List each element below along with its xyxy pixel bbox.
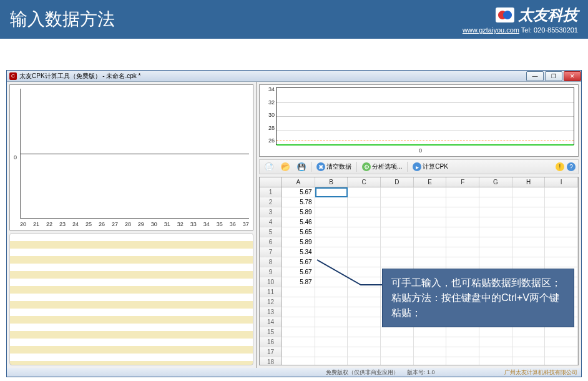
cell-C18[interactable] [348, 357, 381, 365]
cell-B5[interactable] [315, 227, 348, 237]
cell-I18[interactable] [545, 357, 578, 365]
cell-G2[interactable] [479, 197, 512, 207]
row-header-8[interactable]: 8 [260, 257, 282, 267]
new-button[interactable]: 📄 [262, 161, 276, 172]
cell-D5[interactable] [381, 227, 414, 237]
cell-C16[interactable] [348, 337, 381, 347]
calculate-cpk-button[interactable]: ▸计算CPK [410, 161, 451, 172]
cell-F1[interactable] [446, 187, 479, 197]
cell-B16[interactable] [315, 337, 348, 347]
cell-A9[interactable]: 5.67 [282, 267, 315, 277]
left-chart[interactable]: 0 202122232425262728293031323334353637 [9, 84, 253, 230]
cell-A4[interactable]: 5.46 [282, 217, 315, 227]
cell-C3[interactable] [348, 207, 381, 217]
warning-icon[interactable]: ! [556, 162, 564, 171]
cell-B14[interactable] [315, 317, 348, 327]
cell-B18[interactable] [315, 357, 348, 365]
cell-E5[interactable] [414, 227, 447, 237]
cell-E15[interactable] [414, 327, 447, 337]
row-header-3[interactable]: 3 [260, 207, 282, 217]
cell-H16[interactable] [512, 337, 546, 347]
cell-G16[interactable] [479, 337, 512, 347]
row-header-9[interactable]: 9 [260, 267, 282, 277]
cell-E18[interactable] [414, 357, 447, 365]
column-header-F[interactable]: F [446, 177, 479, 187]
cell-A6[interactable]: 5.89 [282, 237, 315, 247]
cell-B4[interactable] [315, 217, 348, 227]
cell-D15[interactable] [381, 327, 414, 337]
cell-H2[interactable] [512, 197, 546, 207]
cell-C6[interactable] [348, 237, 381, 247]
cell-C13[interactable] [348, 307, 381, 317]
cell-D16[interactable] [381, 337, 414, 347]
cell-D17[interactable] [381, 347, 414, 357]
cell-C17[interactable] [348, 347, 381, 357]
cell-E3[interactable] [414, 207, 447, 217]
row-header-10[interactable]: 10 [260, 277, 282, 287]
cell-G7[interactable] [479, 247, 512, 257]
cell-D7[interactable] [381, 247, 414, 257]
column-header-I[interactable]: I [545, 177, 578, 187]
left-striped-area[interactable] [9, 233, 253, 365]
cell-H4[interactable] [512, 217, 546, 227]
cell-A10[interactable]: 5.87 [282, 277, 315, 287]
cell-C14[interactable] [348, 317, 381, 327]
cell-I7[interactable] [545, 247, 578, 257]
cell-B2[interactable] [315, 197, 348, 207]
cell-F16[interactable] [446, 337, 479, 347]
row-header-6[interactable]: 6 [260, 237, 282, 247]
row-header-14[interactable]: 14 [260, 317, 282, 327]
cell-B17[interactable] [315, 347, 348, 357]
cell-G17[interactable] [479, 347, 512, 357]
cell-C12[interactable] [348, 297, 381, 307]
cell-B1[interactable] [315, 187, 348, 197]
cell-B13[interactable] [315, 307, 348, 317]
cell-F8[interactable] [446, 257, 479, 267]
row-header-1[interactable]: 1 [260, 187, 282, 197]
cell-I6[interactable] [545, 237, 578, 247]
cell-H6[interactable] [512, 237, 546, 247]
row-header-2[interactable]: 2 [260, 197, 282, 207]
cell-E17[interactable] [414, 347, 447, 357]
cell-D18[interactable] [381, 357, 414, 365]
cell-D4[interactable] [381, 217, 414, 227]
row-header-13[interactable]: 13 [260, 307, 282, 317]
cell-C15[interactable] [348, 327, 381, 337]
cell-A16[interactable] [282, 337, 315, 347]
cell-F3[interactable] [446, 207, 479, 217]
cell-H7[interactable] [512, 247, 546, 257]
cell-B12[interactable] [315, 297, 348, 307]
cell-B6[interactable] [315, 237, 348, 247]
column-header-C[interactable]: C [348, 177, 381, 187]
column-header-B[interactable]: B [315, 177, 348, 187]
cell-H1[interactable] [512, 187, 546, 197]
minimize-button[interactable]: — [526, 71, 544, 81]
cell-A11[interactable] [282, 287, 315, 297]
cell-D3[interactable] [381, 207, 414, 217]
cell-G15[interactable] [479, 327, 512, 337]
analysis-options-button[interactable]: ⚙分析选项... [360, 161, 404, 172]
cell-H17[interactable] [512, 347, 546, 357]
cell-H3[interactable] [512, 207, 546, 217]
cell-E8[interactable] [414, 257, 447, 267]
row-header-7[interactable]: 7 [260, 247, 282, 257]
row-header-11[interactable]: 11 [260, 287, 282, 297]
cell-C1[interactable] [348, 187, 381, 197]
cell-I5[interactable] [545, 227, 578, 237]
cell-A12[interactable] [282, 297, 315, 307]
cell-A5[interactable]: 5.65 [282, 227, 315, 237]
cell-A13[interactable] [282, 307, 315, 317]
cell-F7[interactable] [446, 247, 479, 257]
cell-A15[interactable] [282, 327, 315, 337]
row-header-17[interactable]: 17 [260, 347, 282, 357]
cell-B15[interactable] [315, 327, 348, 337]
cell-A3[interactable]: 5.89 [282, 207, 315, 217]
cell-A7[interactable]: 5.34 [282, 247, 315, 257]
save-button[interactable]: 💾 [295, 161, 308, 172]
cell-G3[interactable] [479, 207, 512, 217]
website-link[interactable]: www.gztaiyou.com [463, 26, 519, 34]
cell-G1[interactable] [479, 187, 512, 197]
column-header-G[interactable]: G [479, 177, 512, 187]
column-header-E[interactable]: E [414, 177, 447, 187]
cell-B7[interactable] [315, 247, 348, 257]
